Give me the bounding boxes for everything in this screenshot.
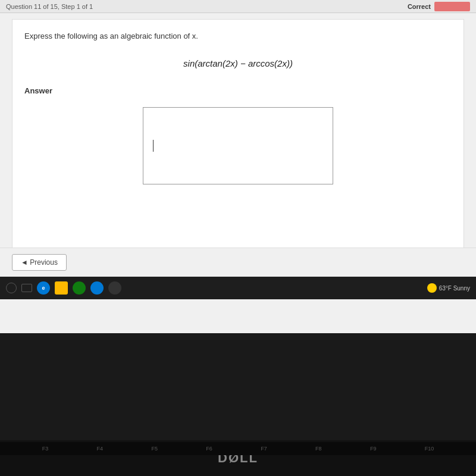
correct-label: Correct — [408, 3, 431, 10]
navigation-bar: ◄ Previous — [0, 248, 476, 277]
answer-input-box[interactable] — [143, 107, 333, 184]
app-icon-2[interactable] — [90, 281, 104, 295]
answer-label: Answer — [24, 86, 452, 95]
taskbar: e 63°F Sunny — [0, 277, 476, 299]
text-cursor — [153, 140, 154, 152]
files-icon[interactable] — [55, 281, 68, 295]
header-bar: Question 11 of 15, Step 1 of 1 Correct — [0, 0, 476, 13]
fn-key-f7: F7 — [261, 446, 267, 452]
fn-key-strip: F3 F4 F5 F6 F7 F8 F9 F10 — [0, 442, 476, 455]
edge-icon[interactable]: e — [37, 281, 50, 295]
fn-key-f8: F8 — [315, 446, 322, 452]
correct-badge — [434, 2, 470, 11]
fn-key-f9: F9 — [370, 446, 377, 452]
app-icon-1[interactable] — [73, 281, 86, 295]
weather-text: 63°F Sunny — [439, 285, 470, 292]
weather-info: 63°F Sunny — [427, 283, 470, 293]
taskbar-right: 63°F Sunny — [427, 283, 470, 293]
screen-area: Question 11 of 15, Step 1 of 1 Correct E… — [0, 0, 476, 333]
weather-icon — [427, 283, 437, 293]
fn-key-f3: F3 — [42, 446, 49, 452]
fn-key-f10: F10 — [425, 446, 434, 452]
fn-key-f6: F6 — [206, 446, 212, 452]
search-icon[interactable] — [6, 283, 17, 293]
correct-section: Correct — [408, 2, 470, 11]
previous-button[interactable]: ◄ Previous — [12, 254, 67, 271]
fn-key-f5: F5 — [151, 446, 158, 452]
math-expression: sin(arctan(2x) − arccos(2x)) — [24, 58, 452, 68]
taskbar-left: e — [6, 281, 121, 295]
main-content-card: Express the following as an algebraic fu… — [12, 19, 464, 269]
widgets-icon[interactable] — [21, 284, 32, 292]
problem-instruction: Express the following as an algebraic fu… — [24, 32, 452, 40]
answer-input-area — [24, 107, 452, 184]
app-icon-3[interactable] — [108, 281, 121, 295]
question-info: Question 11 of 15, Step 1 of 1 — [6, 3, 93, 10]
fn-key-f4: F4 — [97, 446, 104, 452]
